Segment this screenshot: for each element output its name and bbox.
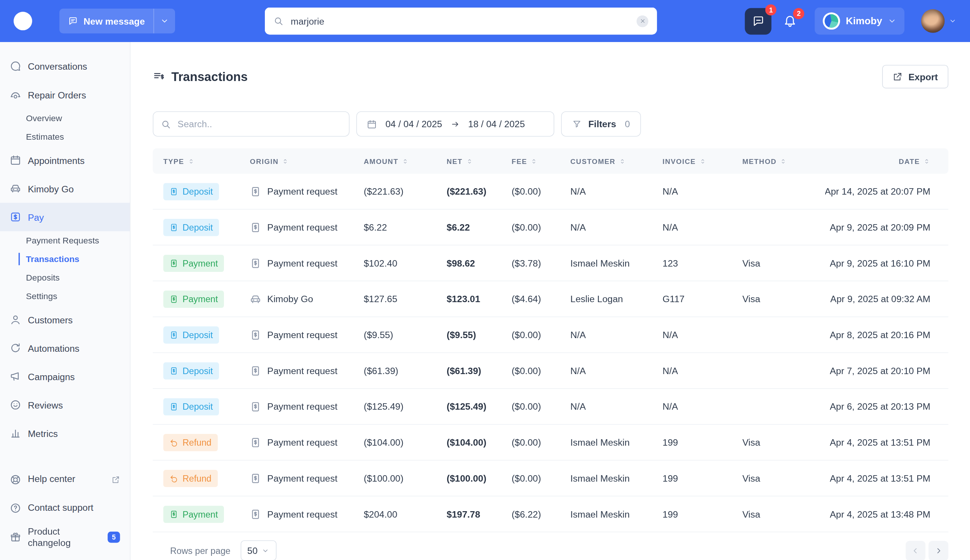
conversations-inbox-button[interactable]: 1 [745, 8, 771, 34]
sidebar-item-contact-support[interactable]: Contact support [0, 494, 130, 522]
new-message-button[interactable]: New message [60, 9, 175, 33]
sidebar-item-appointments[interactable]: Appointments [0, 146, 130, 174]
fee-cell: ($0.00) [511, 365, 570, 376]
type-label: Refund [183, 437, 211, 447]
sort-icon[interactable] [699, 158, 706, 165]
search-icon [274, 16, 284, 26]
close-icon [639, 18, 645, 24]
chevron-down-icon[interactable] [160, 17, 169, 25]
column-label: NET [447, 158, 462, 165]
sort-icon[interactable] [402, 158, 409, 165]
net-cell: $123.01 [447, 294, 511, 304]
table-search[interactable] [153, 111, 349, 137]
date-range-picker[interactable]: 04 / 04 / 2025 18 / 04 / 2025 [356, 111, 554, 137]
origin-cell: Payment request [250, 473, 364, 483]
table-row[interactable]: Payment Kimoby Go $127.65 $123.01 ($4.64… [153, 281, 948, 317]
type-label: Payment [183, 258, 218, 268]
sort-icon[interactable] [466, 158, 473, 165]
payment-request-icon [250, 473, 261, 483]
account-switcher[interactable]: Kimoby [815, 8, 905, 35]
table-row[interactable]: Deposit Payment request ($221.63) ($221.… [153, 174, 948, 210]
table-row[interactable]: Deposit Payment request $6.22 $6.22 ($0.… [153, 209, 948, 245]
kimoby-logo-mark[interactable] [13, 12, 32, 30]
sidebar-item-kimoby-go[interactable]: Kimoby Go [0, 174, 130, 203]
sidebar-item-deposits[interactable]: Deposits [0, 268, 130, 287]
receipt-icon [169, 223, 178, 232]
sidebar-item-overview[interactable]: Overview [0, 109, 130, 127]
type-label: Deposit [183, 330, 213, 340]
table-search-input[interactable] [176, 118, 341, 130]
column-header-amount[interactable]: AMOUNT [364, 158, 447, 165]
sidebar-item-transactions[interactable]: Transactions [0, 250, 130, 268]
sort-icon[interactable] [619, 158, 626, 165]
column-header-method[interactable]: METHOD [742, 158, 825, 165]
sidebar-item-label: Overview [26, 113, 62, 123]
user-menu[interactable] [921, 9, 957, 33]
sidebar-item-help-center[interactable]: Help center [0, 465, 130, 494]
sidebar-item-conversations[interactable]: Conversations [0, 52, 130, 80]
column-header-invoice[interactable]: INVOICE [663, 158, 743, 165]
export-button[interactable]: Export [883, 65, 948, 88]
column-header-date[interactable]: DATE [825, 158, 948, 165]
net-cell: ($125.49) [447, 402, 511, 412]
payment-request-icon [250, 401, 261, 412]
sidebar-item-repair-orders[interactable]: Repair Orders [0, 80, 130, 109]
sort-icon[interactable] [187, 158, 195, 165]
type-cell: Deposit [153, 398, 250, 415]
column-label: FEE [511, 158, 527, 165]
table-row[interactable]: Refund Payment request ($104.00) ($104.0… [153, 425, 948, 461]
previous-page-button[interactable] [906, 541, 925, 560]
column-header-type[interactable]: TYPE [153, 158, 250, 165]
column-header-net[interactable]: NET [447, 158, 511, 165]
clear-search-button[interactable] [636, 15, 648, 27]
column-header-origin[interactable]: ORIGIN [250, 158, 364, 165]
origin-cell: Payment request [250, 437, 364, 448]
receipt-icon [169, 295, 178, 303]
column-label: DATE [899, 158, 920, 165]
chevron-down-icon [949, 17, 957, 25]
type-badge: Payment [163, 290, 224, 308]
sort-icon[interactable] [780, 158, 787, 165]
table-row[interactable]: Payment Payment request $204.00 $197.78 … [153, 497, 948, 532]
table-row[interactable]: Deposit Payment request ($61.39) ($61.39… [153, 353, 948, 389]
sidebar-item-automations[interactable]: Automations [0, 334, 130, 362]
global-search-input[interactable] [289, 15, 631, 27]
column-label: INVOICE [663, 158, 696, 165]
sort-icon[interactable] [282, 158, 289, 165]
date-from[interactable]: 04 / 04 / 2025 [386, 118, 442, 129]
filters-button[interactable]: Filters 0 [561, 111, 641, 137]
next-page-button[interactable] [929, 541, 948, 560]
sidebar-item-reviews[interactable]: Reviews [0, 391, 130, 419]
sidebar-item-campaigns[interactable]: Campaigns [0, 362, 130, 391]
calendar-icon [10, 155, 21, 165]
table-row[interactable]: Payment Payment request $102.40 $98.62 (… [153, 245, 948, 281]
sidebar-item-metrics[interactable]: Metrics [0, 419, 130, 448]
date-to[interactable]: 18 / 04 / 2025 [468, 118, 525, 129]
sidebar-item-product-changelog[interactable]: Product changelog 5 [0, 522, 130, 553]
origin-cell: Payment request [250, 365, 364, 376]
sidebar-nav: Conversations Repair Orders Overview Est… [0, 52, 130, 448]
sidebar-item-pay[interactable]: Pay [0, 203, 130, 231]
sidebar-item-customers[interactable]: Customers [0, 305, 130, 334]
rows-per-page-select[interactable]: 50 [240, 540, 276, 560]
column-label: CUSTOMER [570, 158, 615, 165]
notifications-button[interactable]: 2 [783, 13, 798, 28]
invoice-cell: N/A [663, 402, 743, 412]
table-row[interactable]: Deposit Payment request ($125.49) ($125.… [153, 389, 948, 425]
sidebar-item-settings[interactable]: Settings [0, 287, 130, 305]
sidebar-item-estimates[interactable]: Estimates [0, 127, 130, 146]
date-cell: Apr 4, 2025 at 13:48 PM [825, 509, 948, 520]
chat-icon [10, 61, 21, 72]
sidebar-item-label: Settings [26, 291, 58, 301]
sort-icon[interactable] [530, 158, 538, 165]
type-cell: Payment [153, 505, 250, 523]
global-search[interactable] [265, 8, 657, 35]
fee-cell: ($0.00) [511, 473, 570, 483]
column-header-customer[interactable]: CUSTOMER [570, 158, 662, 165]
table-row[interactable]: Deposit Payment request ($9.55) ($9.55) … [153, 317, 948, 353]
table-row[interactable]: Refund Payment request ($100.00) ($100.0… [153, 460, 948, 497]
customer-cell: N/A [570, 402, 662, 412]
column-header-fee[interactable]: FEE [511, 158, 570, 165]
sort-icon[interactable] [923, 158, 931, 165]
sidebar-item-payment-requests[interactable]: Payment Requests [0, 231, 130, 250]
